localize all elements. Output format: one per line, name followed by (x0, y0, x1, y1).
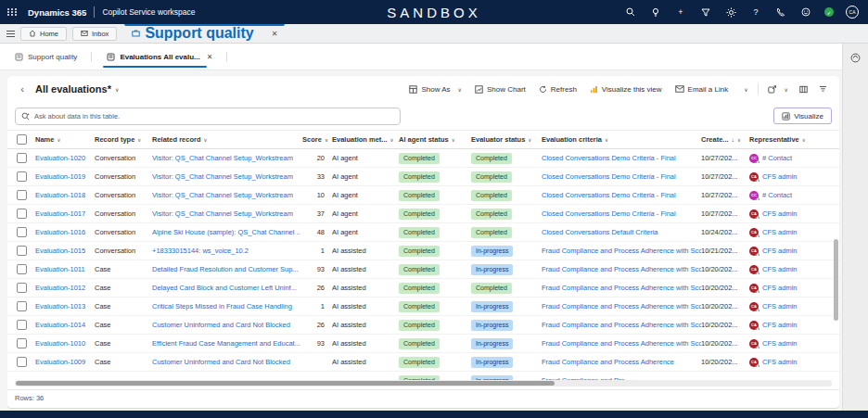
show-chart-button[interactable]: Show Chart (469, 82, 531, 96)
close-icon[interactable]: ✕ (207, 53, 213, 61)
share-button[interactable]: ∨ (763, 82, 793, 96)
related-record-link[interactable]: Visitor: QS_Chat Channel Setup_Workstrea… (152, 154, 300, 162)
name-link[interactable]: Evaluation-1011 (35, 265, 95, 273)
scrollbar-thumb[interactable] (16, 381, 555, 386)
name-link[interactable]: Evaluation-1010 (35, 339, 95, 348)
evaluation-criteria-link[interactable]: Fraud Compliance and Process Adherence w… (542, 247, 701, 255)
tab-evaluations-all[interactable]: Evaluations All evalu... ✕ (92, 44, 227, 70)
horizontal-scrollbar[interactable] (15, 380, 832, 386)
table-row[interactable]: Evaluation-1012 Case Delayed Card Block … (7, 279, 839, 298)
column-header[interactable]: Name∨ (35, 135, 95, 144)
related-record-link[interactable]: Critical Steps Missed in Fraud Case Hand… (152, 302, 300, 310)
related-record-link[interactable]: Visitor: QS_Chat Channel Setup_Workstrea… (152, 191, 300, 199)
table-row[interactable]: Evaluation-1020 Conversation Visitor: QS… (7, 149, 839, 168)
column-header[interactable]: Evaluator status∨ (471, 135, 542, 144)
name-link[interactable]: Evaluation-1009 (35, 358, 95, 366)
back-button[interactable]: ‹ (15, 83, 30, 95)
presence-available-badge[interactable]: ✓ (824, 7, 834, 17)
representative-cell[interactable]: CA CFS admin (749, 321, 832, 330)
close-icon[interactable]: ✕ (272, 30, 278, 38)
name-link[interactable]: Evaluation-1019 (35, 172, 95, 181)
row-checkbox[interactable] (17, 283, 27, 293)
session-tab-home[interactable]: Home (20, 27, 67, 41)
name-link[interactable]: Evaluation-1017 (35, 209, 95, 218)
table-row[interactable]: Evaluation-1015 Conversation +1833301514… (7, 242, 839, 260)
phone-icon[interactable] (774, 6, 787, 19)
edit-filters-button[interactable] (814, 82, 832, 95)
column-header[interactable]: Score∨ (300, 135, 332, 144)
representative-cell[interactable]: CA CFS admin (749, 172, 832, 182)
session-tab-support-quality[interactable]: Support quality ✕ (122, 24, 287, 44)
row-checkbox[interactable] (17, 320, 27, 330)
row-checkbox[interactable] (17, 301, 27, 311)
representative-cell[interactable]: CA CFS admin (749, 302, 832, 311)
table-row[interactable]: Evaluation-1010 Case Efficient Fraud Cas… (7, 335, 839, 353)
vertical-scrollbar[interactable] (834, 239, 838, 321)
view-selector-title[interactable]: All evaluations* (35, 83, 111, 95)
table-row[interactable]: Evaluation-1019 Conversation Visitor: QS… (7, 168, 839, 186)
row-checkbox[interactable] (17, 227, 27, 237)
column-header[interactable]: Evaluation met...∨ (332, 135, 399, 144)
show-as-button[interactable]: Show As ∨ (403, 82, 467, 96)
visualize-this-view-button[interactable]: Visualize this view (584, 82, 668, 96)
name-link[interactable]: Evaluation-1018 (35, 191, 95, 199)
name-link[interactable]: Evaluation-1016 (35, 228, 95, 236)
related-record-link[interactable]: Detailed Fraud Resolution and Customer S… (152, 265, 300, 273)
evaluation-criteria-link[interactable]: Fraud Compliance and Process Adherence w… (542, 339, 701, 348)
evaluation-criteria-link[interactable]: Closed Conversations Default Criteria (542, 228, 701, 236)
row-checkbox[interactable] (17, 171, 27, 182)
search-icon[interactable] (624, 6, 637, 19)
evaluation-criteria-link[interactable]: Closed Conversations Demo Criteria - Fin… (542, 209, 701, 218)
ask-data-input[interactable] (34, 112, 394, 120)
chevron-down-icon[interactable]: ∨ (115, 86, 119, 93)
row-checkbox[interactable] (17, 190, 27, 200)
row-checkbox[interactable] (17, 209, 27, 219)
row-checkbox[interactable] (17, 153, 27, 163)
representative-cell[interactable]: CC # Contact (749, 191, 832, 200)
evaluation-criteria-link[interactable]: Fraud Compliance and Process Adherence w… (542, 284, 701, 292)
column-header[interactable]: Evaluation criteria∨ (542, 135, 701, 144)
row-checkbox[interactable] (17, 338, 27, 348)
more-commands-button[interactable]: ∨ (735, 83, 752, 95)
feedback-smiley-icon[interactable] (799, 6, 812, 19)
related-record-link[interactable]: Efficient Fraud Case Management and Educ… (152, 339, 300, 348)
table-row[interactable]: Evaluation-1013 Case Critical Steps Miss… (7, 298, 839, 316)
related-record-link[interactable]: Alpine Ski House (sample): QS_Chat Chann… (152, 228, 300, 236)
related-record-link[interactable]: Customer Uninformed and Card Not Blocked (152, 321, 300, 329)
related-record-link[interactable]: Visitor: QS_Chat Channel Setup_Workstrea… (152, 172, 300, 181)
table-row[interactable]: Evaluation-1016 Conversation Alpine Ski … (7, 223, 839, 242)
name-link[interactable]: Evaluation-1014 (35, 321, 95, 329)
table-row[interactable]: Evaluation-1009 Case Customer Uninformed… (7, 353, 839, 372)
row-checkbox[interactable] (17, 246, 27, 256)
app-launcher-waffle-icon[interactable] (0, 0, 24, 24)
table-row[interactable]: Evaluation-1011 Case Detailed Fraud Reso… (7, 260, 839, 279)
edit-columns-button[interactable] (795, 82, 812, 96)
refresh-button[interactable]: Refresh (533, 82, 582, 96)
column-header[interactable]: AI agent status∨ (399, 135, 471, 144)
ask-data-box[interactable] (15, 108, 401, 125)
evaluation-criteria-link[interactable]: Fraud Compliance and Process Adherence w… (542, 265, 701, 273)
representative-cell[interactable]: CA CFS admin (749, 247, 832, 256)
row-checkbox[interactable] (17, 357, 27, 367)
table-row[interactable]: Evaluation-1018 Conversation Visitor: QS… (7, 186, 839, 205)
evaluation-criteria-link[interactable]: Closed Conversations Demo Criteria - Fin… (542, 191, 701, 199)
plus-icon[interactable]: + (674, 6, 687, 19)
column-header[interactable]: Record type∨ (95, 135, 152, 144)
representative-cell[interactable]: CA CFS admin (749, 358, 832, 367)
email-a-link-button[interactable]: Email a Link (670, 82, 734, 96)
representative-cell[interactable]: CA CFS admin (749, 209, 832, 219)
table-row[interactable]: Evaluation-1014 Case Customer Uninformed… (7, 316, 839, 335)
evaluation-criteria-link[interactable]: Fraud Compliance and Process Adherence w… (542, 302, 701, 310)
name-link[interactable]: Evaluation-1020 (35, 154, 95, 162)
column-header[interactable]: Representative∨ (749, 135, 832, 144)
evaluation-criteria-link[interactable]: Fraud Compliance and Process Adherence (542, 358, 701, 366)
table-row[interactable]: Evaluation-1017 Conversation Visitor: QS… (7, 205, 839, 223)
related-record-link[interactable]: Visitor: QS_Chat Channel Setup_Workstrea… (152, 209, 300, 218)
representative-cell[interactable]: CA CFS admin (749, 284, 832, 293)
related-record-link[interactable]: +18333015144: ws_voice_10.2 (152, 247, 300, 255)
representative-cell[interactable]: CA CFS admin (749, 228, 832, 237)
site-map-hamburger-icon[interactable] (0, 31, 20, 37)
name-link[interactable]: Evaluation-1012 (35, 284, 95, 292)
name-link[interactable]: Evaluation-1015 (35, 247, 95, 255)
representative-cell[interactable]: CA CFS admin (749, 265, 832, 274)
